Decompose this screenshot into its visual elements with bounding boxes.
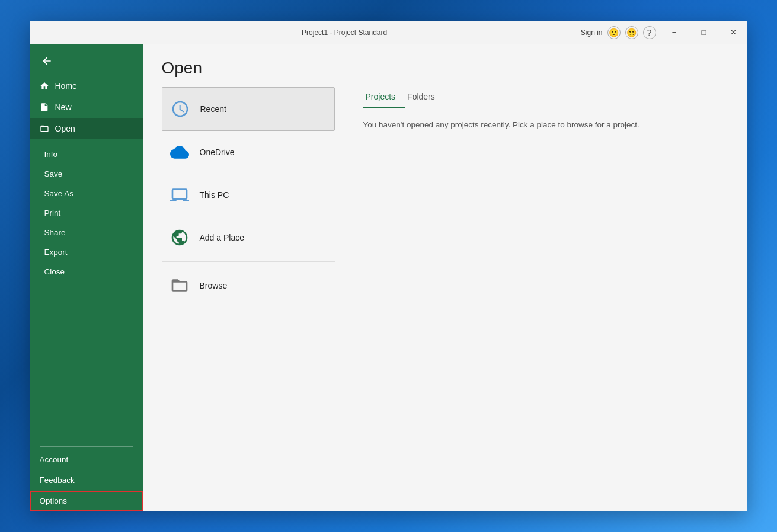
sidebar-item-account[interactable]: Account bbox=[30, 449, 143, 470]
tab-projects[interactable]: Projects bbox=[363, 87, 405, 108]
open-option-this-pc[interactable]: This PC bbox=[162, 174, 335, 216]
open-option-recent-label: Recent bbox=[200, 104, 226, 114]
tab-folders[interactable]: Folders bbox=[405, 87, 445, 108]
sidebar-item-new[interactable]: New bbox=[30, 97, 143, 118]
sidebar-item-print[interactable]: Print bbox=[30, 203, 143, 223]
right-panel: Open Recent bbox=[143, 44, 747, 511]
title-bar-text: Project1 - Project Standard bbox=[108, 28, 581, 37]
sidebar-separator-1 bbox=[40, 142, 133, 142]
title-bar-controls: − □ ✕ bbox=[661, 23, 747, 42]
open-option-onedrive-label: OneDrive bbox=[200, 148, 235, 157]
sidebar-label-open: Open bbox=[55, 124, 75, 133]
clock-icon bbox=[170, 98, 191, 120]
sidebar-item-export[interactable]: Export bbox=[30, 242, 143, 262]
sidebar-label-home: Home bbox=[55, 81, 77, 91]
sidebar-bottom: Account Feedback Options bbox=[30, 444, 143, 511]
open-option-browse[interactable]: Browse bbox=[162, 264, 335, 307]
main-content: Home New Open Info bbox=[30, 44, 747, 511]
sidebar-nav: Home New Open Info bbox=[30, 75, 143, 444]
sidebar: Home New Open Info bbox=[30, 44, 143, 511]
cloud-icon bbox=[169, 142, 190, 163]
sidebar-separator-bottom bbox=[40, 446, 133, 447]
open-right-content: Projects Folders You haven't opened any … bbox=[344, 87, 747, 511]
open-option-recent[interactable]: Recent bbox=[162, 87, 335, 131]
open-option-add-place-label: Add a Place bbox=[200, 233, 245, 242]
close-button[interactable]: ✕ bbox=[720, 23, 747, 42]
open-content: Recent OneDrive bbox=[143, 87, 747, 511]
new-icon bbox=[40, 102, 49, 112]
sidebar-item-save-as[interactable]: Save As bbox=[30, 184, 143, 203]
globe-icon bbox=[169, 227, 190, 248]
back-icon bbox=[41, 55, 53, 67]
back-button[interactable] bbox=[35, 49, 59, 73]
title-bar: Project1 - Project Standard Sign in 🙂 🙁 … bbox=[30, 21, 747, 44]
empty-state-message: You haven't opened any projects recently… bbox=[363, 120, 728, 129]
help-icon[interactable]: ? bbox=[643, 26, 656, 39]
smile-icon[interactable]: 🙂 bbox=[607, 26, 621, 39]
sidebar-item-info[interactable]: Info bbox=[30, 145, 143, 164]
sidebar-item-save[interactable]: Save bbox=[30, 164, 143, 184]
frown-icon[interactable]: 🙁 bbox=[625, 26, 638, 39]
open-option-browse-label: Browse bbox=[200, 281, 228, 290]
open-option-add-place[interactable]: Add a Place bbox=[162, 216, 335, 259]
sidebar-label-new: New bbox=[55, 102, 72, 112]
sidebar-item-share[interactable]: Share bbox=[30, 223, 143, 242]
sidebar-item-feedback[interactable]: Feedback bbox=[30, 470, 143, 491]
sidebar-item-open[interactable]: Open bbox=[30, 118, 143, 139]
open-options-list: Recent OneDrive bbox=[143, 87, 344, 511]
open-option-onedrive[interactable]: OneDrive bbox=[162, 131, 335, 174]
tabs-row: Projects Folders bbox=[363, 87, 728, 108]
home-icon bbox=[40, 81, 49, 91]
sign-in-area: Sign in 🙂 🙁 ? bbox=[581, 26, 656, 39]
pc-icon bbox=[169, 184, 190, 206]
sign-in-button[interactable]: Sign in bbox=[581, 28, 603, 37]
app-window: Project1 - Project Standard Sign in 🙂 🙁 … bbox=[30, 21, 747, 511]
open-option-this-pc-label: This PC bbox=[200, 190, 229, 200]
open-icon bbox=[40, 124, 49, 133]
open-options-separator bbox=[162, 261, 335, 262]
page-title: Open bbox=[143, 44, 747, 87]
sidebar-item-close[interactable]: Close bbox=[30, 262, 143, 281]
sidebar-item-options[interactable]: Options bbox=[30, 491, 143, 511]
maximize-button[interactable]: □ bbox=[690, 23, 718, 42]
minimize-button[interactable]: − bbox=[661, 23, 688, 42]
folder-icon bbox=[169, 275, 190, 296]
sidebar-item-home[interactable]: Home bbox=[30, 75, 143, 97]
